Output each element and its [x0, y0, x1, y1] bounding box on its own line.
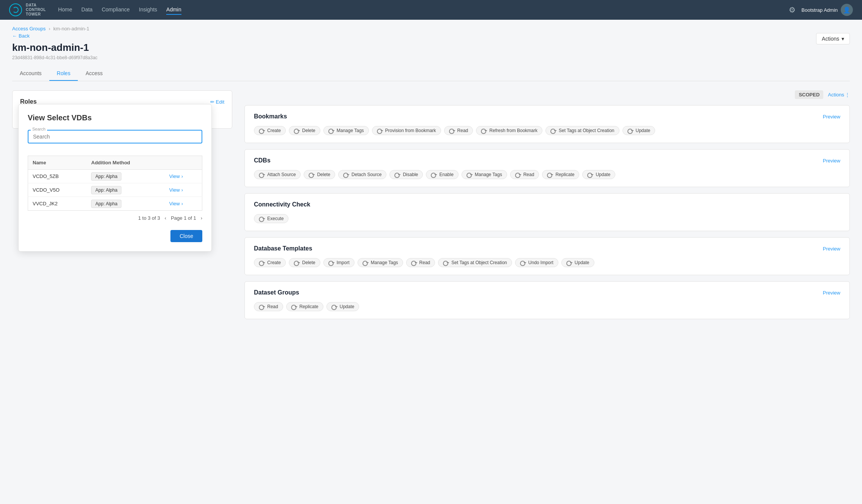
pill-label: Read — [419, 260, 430, 265]
preview-link[interactable]: Preview — [823, 158, 840, 164]
right-panel-header: SCOPED Actions ⋮ — [244, 90, 850, 99]
row-view: View › — [165, 183, 202, 197]
breadcrumb-parent[interactable]: Access Groups — [12, 26, 46, 32]
pills-row: Attach SourceDeleteDetach SourceDisableE… — [254, 170, 840, 179]
right-panel: SCOPED Actions ⋮ BookmarksPreviewCreateD… — [232, 81, 850, 334]
pills-row: CreateDeleteManage TagsProvision from Bo… — [254, 126, 840, 135]
preview-link[interactable]: Preview — [823, 114, 840, 120]
section-card: BookmarksPreviewCreateDeleteManage TagsP… — [244, 105, 850, 143]
section-header: Connectivity Check — [254, 201, 840, 208]
key-icon — [259, 217, 265, 220]
avatar: 👤 — [841, 4, 853, 16]
permission-pill: Replicate — [542, 170, 579, 179]
view-link[interactable]: View › — [169, 187, 197, 193]
view-link[interactable]: View › — [169, 201, 197, 206]
table-row: VCDO_5ZB App: Alpha View › — [28, 170, 202, 183]
logo: DATACONTROLTOWER — [9, 3, 46, 17]
edit-icon: ✏ — [210, 99, 214, 105]
logo-icon — [9, 3, 22, 16]
key-icon — [547, 173, 553, 176]
permission-pill: Delete — [289, 126, 320, 135]
user-name: Bootstrap Admin — [802, 7, 838, 13]
edit-label: Edit — [216, 99, 224, 105]
nav-admin[interactable]: Admin — [166, 5, 181, 15]
tab-accounts[interactable]: Accounts — [12, 66, 49, 81]
permission-pill: Delete — [304, 170, 335, 179]
nav-insights[interactable]: Insights — [139, 5, 157, 15]
vdb-modal: View Select VDBs Search Name Addition Me… — [18, 104, 212, 252]
key-icon — [343, 173, 349, 176]
close-button[interactable]: Close — [170, 230, 202, 242]
section-card: Database TemplatesPreviewCreateDeleteImp… — [244, 237, 850, 275]
right-panel-actions-label: Actions — [828, 92, 844, 98]
pill-label: Provision from Bookmark — [385, 128, 436, 133]
settings-icon[interactable]: ⚙ — [789, 5, 796, 14]
pill-label: Attach Source — [267, 172, 296, 177]
key-icon — [550, 129, 556, 132]
permission-pill: Create — [254, 258, 286, 267]
permission-pill: Read — [406, 258, 435, 267]
key-icon — [294, 261, 300, 265]
section-card: Dataset GroupsPreviewReadReplicateUpdate — [244, 281, 850, 319]
permission-pill: Set Tags at Object Creation — [545, 126, 619, 135]
key-icon — [431, 173, 437, 176]
permission-pill: Update — [561, 258, 594, 267]
permission-pill: Detach Source — [338, 170, 386, 179]
row-method: App: Alpha — [87, 170, 164, 183]
pill-label: Replicate — [299, 304, 318, 309]
key-icon — [587, 173, 593, 176]
pill-label: Execute — [267, 216, 284, 221]
pill-label: Manage Tags — [337, 128, 364, 133]
row-name: VCDO_5ZB — [28, 170, 87, 183]
nav-compliance[interactable]: Compliance — [102, 5, 130, 15]
pagination-prev-icon[interactable]: ‹ — [165, 215, 166, 221]
tabs: Accounts Roles Access — [12, 66, 850, 81]
permission-pill: Manage Tags — [323, 126, 369, 135]
nav-links: Home Data Compliance Insights Admin — [58, 5, 777, 15]
breadcrumb-current: km-non-admin-1 — [54, 26, 90, 32]
key-icon — [259, 173, 265, 176]
nav-data[interactable]: Data — [81, 5, 93, 15]
pill-label: Refresh from Bookmark — [489, 128, 537, 133]
pills-row: CreateDeleteImportManage TagsReadSet Tag… — [254, 258, 840, 267]
pill-label: Enable — [439, 172, 453, 177]
permission-pill: Undo Import — [515, 258, 558, 267]
right-panel-actions[interactable]: Actions ⋮ — [828, 92, 850, 98]
view-arrow-icon: › — [181, 187, 183, 193]
sections-container: BookmarksPreviewCreateDeleteManage TagsP… — [244, 105, 850, 319]
tab-access[interactable]: Access — [78, 66, 110, 81]
search-input[interactable] — [28, 130, 202, 143]
nav-home[interactable]: Home — [58, 5, 72, 15]
pill-label: Read — [457, 128, 468, 133]
key-icon — [259, 305, 265, 309]
pagination-page: Page 1 of 1 — [171, 215, 196, 221]
pill-label: Manage Tags — [371, 260, 398, 265]
row-name: VVCD_JK2 — [28, 197, 87, 211]
permission-pill: Update — [622, 126, 656, 135]
actions-button[interactable]: Actions ▾ — [816, 33, 850, 44]
close-btn-container: Close — [28, 230, 202, 242]
user-menu[interactable]: Bootstrap Admin 👤 — [802, 4, 853, 16]
view-label: View — [169, 173, 180, 179]
edit-button[interactable]: ✏ Edit — [210, 99, 224, 105]
permission-pill: Update — [582, 170, 615, 179]
key-icon — [294, 129, 300, 132]
table-row: VCDO_V5O App: Alpha View › — [28, 183, 202, 197]
pill-label: Set Tags at Object Creation — [451, 260, 507, 265]
tab-roles[interactable]: Roles — [49, 66, 78, 81]
row-view: View › — [165, 197, 202, 211]
preview-link[interactable]: Preview — [823, 290, 840, 296]
pill-label: Set Tags at Object Creation — [559, 128, 615, 133]
row-method: App: Alpha — [87, 197, 164, 211]
preview-link[interactable]: Preview — [823, 246, 840, 252]
col-actions-header — [165, 156, 202, 170]
view-link[interactable]: View › — [169, 173, 197, 179]
pagination-next-icon[interactable]: › — [201, 215, 202, 221]
key-icon — [466, 173, 473, 176]
scoped-badge: SCOPED — [795, 90, 823, 99]
pill-label: Create — [267, 128, 281, 133]
page-subtitle: 23d48831-898d-4c31-bbe8-d69f97d8a3ac — [12, 55, 98, 60]
page-title: km-non-admin-1 — [12, 42, 98, 54]
key-icon — [331, 305, 337, 309]
back-button[interactable]: ← Back — [12, 33, 98, 39]
